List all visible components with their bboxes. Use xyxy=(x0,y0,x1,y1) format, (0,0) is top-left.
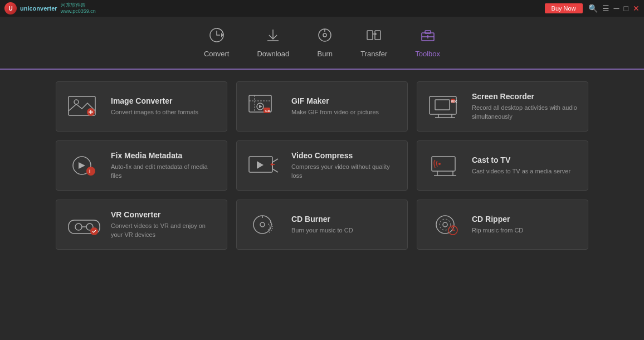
vr-converter-desc: Convert videos to VR and enjoy on your V… xyxy=(111,222,218,239)
svg-rect-10 xyxy=(425,31,431,33)
svg-point-14 xyxy=(74,100,79,104)
svg-point-34 xyxy=(86,167,95,176)
svg-text:i: i xyxy=(89,168,91,174)
cd-burner-info: CD Burner Burn your music to CD xyxy=(291,215,353,235)
nav-toolbox-label: Toolbox xyxy=(415,50,440,58)
video-compress-info: Video Compress Compress your video witho… xyxy=(291,151,398,180)
cd-burner-desc: Burn your music to CD xyxy=(291,226,353,235)
gif-maker-desc: Make GIF from video or pictures xyxy=(291,108,379,116)
svg-marker-37 xyxy=(257,161,264,169)
svg-point-4 xyxy=(323,33,326,37)
svg-line-39 xyxy=(272,169,278,172)
svg-line-38 xyxy=(272,159,278,162)
cd-ripper-desc: Rip music from CD xyxy=(472,226,523,235)
watermark-line2: www.pc0359.cn xyxy=(61,8,96,14)
tool-vr-converter[interactable]: VR Converter Convert videos to VR and en… xyxy=(56,200,227,250)
tool-cast-to-tv[interactable]: Cast to TV Cast videos to TV as a media … xyxy=(417,140,588,191)
titlebar: U uniconverter 河东软件园 www.pc0359.cn Buy N… xyxy=(0,0,644,17)
maximize-button[interactable]: □ xyxy=(624,4,628,13)
nav-toolbox[interactable]: Toolbox xyxy=(415,27,440,58)
nav-burn-label: Burn xyxy=(318,50,333,58)
fix-media-metadata-desc: Auto-fix and edit metadata of media file… xyxy=(111,163,218,180)
titlebar-left: U uniconverter 河东软件园 www.pc0359.cn xyxy=(4,2,96,14)
svg-text:REC: REC xyxy=(451,100,457,103)
image-converter-title: Image Converter xyxy=(111,96,198,105)
burn-icon xyxy=(317,27,333,46)
screen-recorder-desc: Record all desktop activities with audio… xyxy=(472,104,579,121)
nav-burn[interactable]: Burn xyxy=(317,27,333,58)
tool-fix-media-metadata[interactable]: i Fix Media Metadata Auto-fix and edit m… xyxy=(56,140,227,191)
watermark: 河东软件园 www.pc0359.cn xyxy=(61,2,96,14)
nav-convert-label: Convert xyxy=(204,50,230,58)
app-name: uniconverter xyxy=(20,5,57,12)
fix-media-metadata-title: Fix Media Metadata xyxy=(111,151,218,160)
cast-to-tv-title: Cast to TV xyxy=(472,156,570,164)
svg-rect-29 xyxy=(435,100,450,110)
tools-grid: Image Converter Convert images to other … xyxy=(0,70,644,261)
close-button[interactable]: ✕ xyxy=(633,4,640,13)
screen-recorder-icon: REC xyxy=(426,92,464,121)
fix-media-metadata-icon: i xyxy=(65,151,103,180)
gif-maker-title: GIF Maker xyxy=(291,96,379,105)
svg-marker-22 xyxy=(259,105,262,108)
cd-burner-icon xyxy=(246,210,284,239)
cast-to-tv-icon xyxy=(426,151,464,180)
toolbox-icon xyxy=(420,27,436,46)
video-compress-icon xyxy=(246,151,284,180)
svg-marker-8 xyxy=(375,33,377,35)
screen-recorder-info: Screen Recorder Record all desktop activ… xyxy=(472,92,579,121)
navbar: Convert Download Burn xyxy=(0,17,644,70)
video-compress-desc: Compress your video without quality loss xyxy=(291,163,398,180)
screen-recorder-title: Screen Recorder xyxy=(472,92,579,101)
buy-now-button[interactable]: Buy Now xyxy=(545,3,583,13)
tool-screen-recorder[interactable]: REC Screen Recorder Record all desktop a… xyxy=(417,81,588,132)
svg-marker-42 xyxy=(270,163,272,166)
nav-transfer-label: Transfer xyxy=(360,50,387,58)
tool-image-converter[interactable]: Image Converter Convert images to other … xyxy=(56,81,227,132)
svg-point-49 xyxy=(75,224,82,230)
svg-point-47 xyxy=(438,163,441,165)
app-logo: U xyxy=(4,2,17,14)
nav-transfer[interactable]: Transfer xyxy=(360,27,387,58)
svg-point-54 xyxy=(260,222,265,227)
image-converter-desc: Convert images to other formats xyxy=(111,108,198,116)
minimize-button[interactable]: ─ xyxy=(614,4,619,13)
cd-burner-title: CD Burner xyxy=(291,215,353,224)
cast-to-tv-desc: Cast videos to TV as a media server xyxy=(472,167,570,176)
menu-button[interactable]: ☰ xyxy=(602,4,609,13)
svg-line-60 xyxy=(451,226,453,228)
cast-to-tv-info: Cast to TV Cast videos to TV as a media … xyxy=(472,156,570,176)
svg-text:GIF: GIF xyxy=(265,109,271,113)
tool-cd-burner[interactable]: CD Burner Burn your music to CD xyxy=(236,200,408,250)
gif-maker-info: GIF Maker Make GIF from video or picture… xyxy=(291,96,379,116)
svg-marker-33 xyxy=(79,162,85,169)
tool-gif-maker[interactable]: GIF GIF Maker Make GIF from video or pic… xyxy=(236,81,408,132)
svg-point-56 xyxy=(436,216,454,234)
cd-ripper-icon xyxy=(426,210,464,239)
nav-download[interactable]: Download xyxy=(257,27,289,58)
vr-converter-info: VR Converter Convert videos to VR and en… xyxy=(111,210,218,239)
gif-maker-icon: GIF xyxy=(246,92,284,121)
search-button[interactable]: 🔍 xyxy=(588,4,598,13)
svg-rect-6 xyxy=(367,31,373,40)
cd-ripper-info: CD Ripper Rip music from CD xyxy=(472,215,523,235)
nav-convert[interactable]: Convert xyxy=(204,27,230,58)
watermark-line1: 河东软件园 xyxy=(61,2,96,8)
tool-cd-ripper[interactable]: CD Ripper Rip music from CD xyxy=(417,200,588,250)
vr-converter-icon xyxy=(65,210,103,239)
svg-rect-7 xyxy=(375,31,380,40)
download-icon xyxy=(265,27,281,46)
vr-converter-title: VR Converter xyxy=(111,210,218,219)
image-converter-icon xyxy=(65,92,103,121)
fix-media-metadata-info: Fix Media Metadata Auto-fix and edit met… xyxy=(111,151,218,180)
titlebar-right: Buy Now 🔍 ☰ ─ □ ✕ xyxy=(545,3,640,13)
tool-video-compress[interactable]: Video Compress Compress your video witho… xyxy=(236,140,408,191)
window-controls: 🔍 ☰ ─ □ ✕ xyxy=(588,4,640,13)
svg-point-52 xyxy=(90,227,98,235)
convert-icon xyxy=(209,27,225,46)
nav-download-label: Download xyxy=(257,50,289,58)
svg-rect-43 xyxy=(432,157,455,171)
transfer-icon xyxy=(366,27,382,46)
svg-point-57 xyxy=(443,222,447,227)
video-compress-title: Video Compress xyxy=(291,151,398,160)
